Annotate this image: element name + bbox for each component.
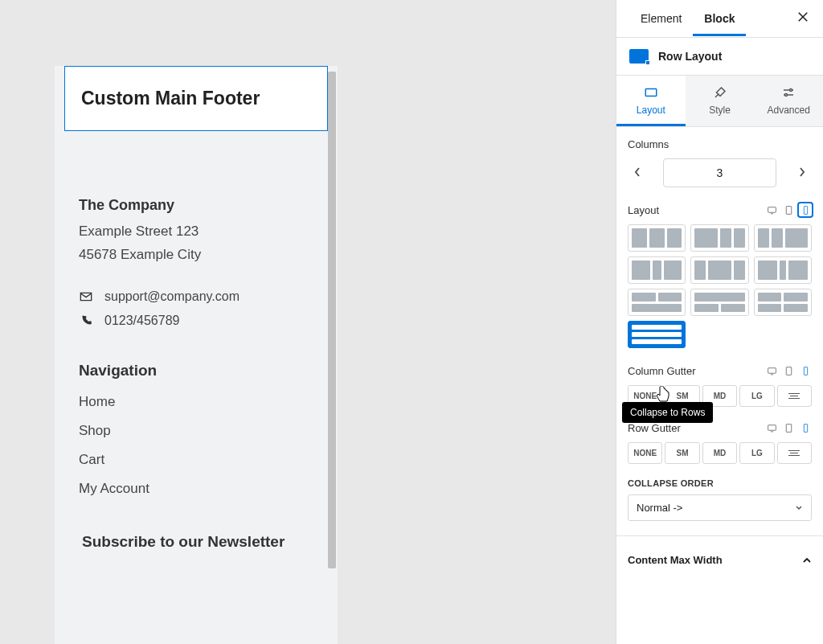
svg-rect-5 — [804, 206, 807, 214]
svg-rect-0 — [645, 89, 657, 96]
mobile-preview-panel: Custom Main Footer The Company Example S… — [55, 66, 338, 644]
mode-tabs: Layout Style Advanced — [616, 76, 823, 127]
columns-label: Columns — [628, 138, 812, 150]
svg-point-1 — [790, 89, 792, 92]
chevron-down-icon — [795, 504, 803, 512]
content-max-width-section[interactable]: Content Max Width — [616, 541, 823, 579]
company-heading: The Company — [79, 197, 313, 214]
block-name: Row Layout — [658, 50, 722, 63]
selected-block-outline[interactable]: Custom Main Footer — [64, 66, 328, 131]
layout-outer-wide[interactable] — [628, 256, 686, 284]
layout-top-split[interactable] — [628, 289, 686, 316]
mode-advanced[interactable]: Advanced — [754, 76, 823, 126]
device-tablet-icon[interactable] — [782, 421, 795, 434]
footer-content: The Company Example Street 123 45678 Exa… — [55, 178, 338, 553]
settings-sidebar: Element Block Row Layout Layout Style Ad… — [616, 0, 823, 644]
svg-rect-9 — [768, 425, 776, 430]
layout-right-wide[interactable] — [754, 224, 812, 252]
content-max-width-label: Content Max Width — [628, 554, 723, 566]
collapse-order-value: Normal -> — [637, 502, 682, 514]
panel-body: Columns 3 Layout — [616, 127, 823, 541]
device-desktop-icon[interactable] — [765, 421, 778, 434]
phone-icon — [79, 314, 93, 326]
svg-point-2 — [785, 94, 788, 96]
mode-style[interactable]: Style — [686, 76, 755, 126]
gutter-lg[interactable]: LG — [739, 385, 774, 407]
svg-rect-8 — [804, 367, 807, 375]
newsletter-heading: Subscribe to our Newsletter — [79, 531, 313, 554]
device-mobile-icon[interactable] — [799, 203, 812, 216]
layout-equal[interactable] — [628, 224, 686, 252]
rgutter-md[interactable]: MD — [702, 442, 737, 464]
mode-layout[interactable]: Layout — [616, 76, 686, 126]
svg-rect-11 — [804, 424, 807, 432]
nav-item[interactable]: Shop — [79, 423, 313, 439]
layout-tooltip: Collapse to Rows — [622, 402, 713, 423]
collapse-order-select[interactable]: Normal -> — [628, 494, 812, 521]
layout-label: Layout — [628, 204, 659, 216]
columns-increase[interactable] — [792, 160, 812, 186]
editor-canvas: Custom Main Footer The Company Example S… — [0, 0, 616, 644]
layout-center-wide[interactable] — [690, 256, 748, 284]
tab-block[interactable]: Block — [693, 1, 746, 36]
collapse-order-label: COLLAPSE ORDER — [628, 478, 812, 488]
envelope-icon — [79, 290, 93, 303]
row-layout-icon — [629, 49, 649, 64]
svg-rect-10 — [786, 424, 792, 432]
company-street: Example Street 123 — [79, 220, 313, 244]
device-mobile-icon[interactable] — [799, 421, 812, 434]
chevron-up-icon — [802, 556, 812, 565]
columns-decrease[interactable] — [628, 160, 647, 186]
row-gutter-label: Row Gutter — [628, 422, 681, 434]
sidebar-tabs: Element Block — [616, 0, 823, 38]
svg-rect-7 — [786, 367, 792, 375]
contact-email: support@company.com — [104, 289, 240, 304]
layout-collapse-rows[interactable] — [628, 321, 686, 348]
nav-item[interactable]: My Account — [79, 481, 313, 497]
rgutter-lg[interactable]: LG — [739, 442, 774, 464]
footer-title: Custom Main Footer — [81, 88, 316, 109]
nav-list: Home Shop Cart My Account — [79, 394, 313, 497]
contact-phone: 0123/456789 — [104, 314, 179, 328]
device-tablet-icon[interactable] — [782, 364, 795, 377]
company-city: 45678 Example City — [79, 244, 313, 267]
nav-item[interactable]: Home — [79, 394, 313, 410]
svg-rect-6 — [768, 367, 776, 373]
device-desktop-icon[interactable] — [765, 364, 778, 377]
tab-element[interactable]: Element — [629, 1, 693, 36]
rgutter-none[interactable]: NONE — [628, 442, 662, 464]
svg-rect-4 — [786, 206, 792, 214]
layout-grid-2x2[interactable] — [754, 289, 812, 316]
device-tablet-icon[interactable] — [782, 203, 795, 216]
block-header: Row Layout — [616, 38, 823, 76]
close-icon[interactable] — [789, 3, 817, 35]
nav-heading: Navigation — [79, 362, 313, 379]
preview-scrollbar[interactable] — [328, 72, 336, 568]
layout-bottom-split[interactable] — [690, 289, 748, 316]
rgutter-sm[interactable]: SM — [665, 442, 699, 464]
layout-options-grid — [628, 224, 812, 316]
layout-left-wide[interactable] — [690, 224, 748, 252]
rgutter-custom[interactable] — [777, 442, 812, 464]
column-gutter-label: Column Gutter — [628, 365, 696, 377]
nav-item[interactable]: Cart — [79, 452, 313, 468]
columns-input[interactable]: 3 — [663, 158, 776, 187]
svg-rect-3 — [768, 207, 776, 212]
gutter-custom[interactable] — [777, 385, 812, 407]
device-desktop-icon[interactable] — [765, 203, 778, 216]
device-mobile-icon[interactable] — [799, 364, 812, 377]
layout-center-thin[interactable] — [754, 256, 812, 284]
